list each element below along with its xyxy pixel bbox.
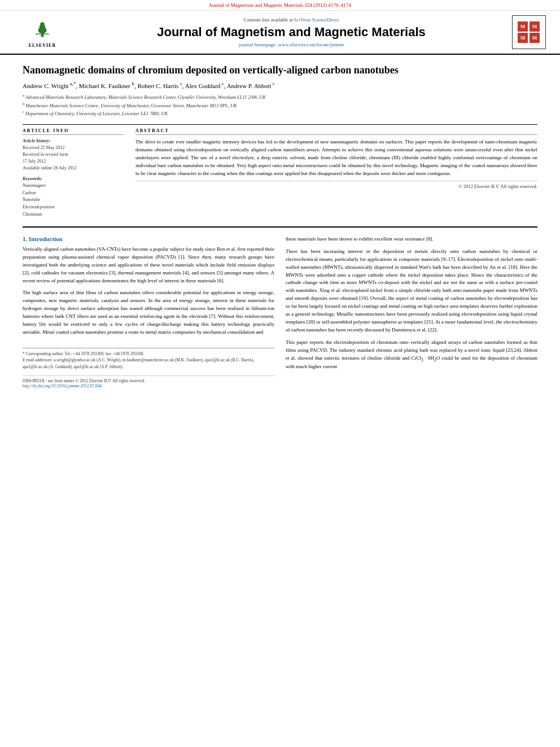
- body-section: 1. Introduction Vertically aligned carbo…: [23, 226, 537, 388]
- received-revised-label: Received in revised form: [23, 151, 124, 158]
- abstract-text: The drive to create ever smaller magneti…: [135, 138, 537, 178]
- section1-number: 1.: [23, 235, 29, 242]
- keywords-label: Keywords:: [23, 176, 124, 181]
- body-right-column: these materials have been shown to exhib…: [286, 235, 537, 388]
- mm-cell-4: M: [530, 33, 540, 43]
- received-date: Received 25 May 2012: [23, 145, 124, 151]
- section1-heading: 1. Introduction: [23, 235, 274, 242]
- right-paragraph1: these materials have been shown to exhib…: [286, 235, 537, 243]
- journal-header-center: Contents lists available at SciVerse Sci…: [79, 17, 504, 47]
- email-addresses: a.wright@glyndwr.ac.uk (A.C. Wright), m.…: [23, 357, 254, 369]
- article-info-column: ARTICLE INFO Article history: Received 2…: [23, 128, 124, 219]
- right-paragraph3: This paper reports the electrodeposition…: [286, 339, 537, 371]
- article-content: Nanomagnetic domains of chromium deposit…: [0, 55, 560, 397]
- journal-header: ELSEVIER Contents lists available at Sci…: [0, 11, 560, 55]
- svg-point-3: [40, 22, 45, 27]
- journal-citation-bar: Journal of Magnetism and Magnetic Materi…: [0, 0, 560, 11]
- affiliations-section: a Advanced Materials Research Laboratory…: [23, 93, 537, 117]
- article-info-heading: ARTICLE INFO: [23, 128, 124, 135]
- homepage-url[interactable]: www.elsevier.com/locate/jmmm: [278, 42, 344, 47]
- keyword-carbon: Carbon: [23, 190, 124, 197]
- email-label: E-mail addresses:: [23, 357, 53, 362]
- section1-paragraph1: Vertically aligned carbon nanotubes (VA-…: [23, 246, 274, 285]
- journal-homepage: journal homepage: www.elsevier.com/locat…: [79, 42, 504, 47]
- info-abstract-section: ARTICLE INFO Article history: Received 2…: [23, 124, 537, 219]
- affiliation-c: c Department of Chemistry, University of…: [23, 109, 537, 117]
- elsevier-logo-section: ELSEVIER: [11, 16, 73, 48]
- mm-logo-box: M M M M: [512, 15, 546, 49]
- right-paragraph2: There has been increasing interest in th…: [286, 248, 537, 334]
- abstract-heading: ABSTRACT: [135, 128, 537, 135]
- journal-title: Journal of Magnetism and Magnetic Materi…: [79, 25, 504, 40]
- mm-cell-3: M: [518, 33, 528, 43]
- article-title: Nanomagnetic domains of chromium deposit…: [23, 64, 537, 77]
- sciverse-link[interactable]: SciVerse ScienceDirect: [294, 17, 339, 23]
- keyword-nanomagnet: Nanomagnet: [23, 182, 124, 190]
- author-andrew-wright: Andrew C. Wright a,*,: [23, 82, 79, 89]
- footnote-email: E-mail addresses: a.wright@glyndwr.ac.uk…: [23, 357, 274, 370]
- affiliation-a: a Advanced Materials Research Laboratory…: [23, 93, 537, 101]
- mm-cell-1: M: [518, 21, 528, 32]
- footnote-section: * Corresponding author. Tel.: +44 1978 2…: [23, 348, 274, 370]
- keyword-electrodeposition: Electrodeposition: [23, 204, 124, 211]
- abstract-column: ABSTRACT The drive to create ever smalle…: [135, 128, 537, 219]
- journal-citation-text: Journal of Magnetism and Magnetic Materi…: [209, 2, 351, 8]
- author-andrew-abbott: Andrew P. Abbott c: [227, 82, 275, 89]
- footnote-corresponding: * Corresponding author. Tel.: +44 1978 2…: [23, 351, 274, 357]
- elsevier-wordmark: ELSEVIER: [29, 43, 56, 48]
- contents-available-line: Contents lists available at SciVerse Sci…: [79, 17, 504, 23]
- section1-paragraph2: The high surface area of thin films of c…: [23, 289, 274, 337]
- article-history-label: Article history:: [23, 138, 124, 143]
- mm-cell-2: M: [530, 21, 540, 32]
- author-robert-harris: Robert C. Harris c,: [137, 82, 185, 89]
- contents-text: Contents lists available at: [244, 17, 293, 23]
- doi-line[interactable]: http://dx.doi.org/10.1016/j.jmmm.2012.07…: [23, 383, 274, 388]
- section1-title: Introduction: [29, 235, 63, 242]
- affiliation-b: b Manchester Materials Science Centre, U…: [23, 101, 537, 110]
- keyword-chromium: Chromium: [23, 211, 124, 219]
- author-michael-faulkner: Michael K. Faulkner b,: [79, 82, 138, 89]
- copyright-line: © 2012 Elsevier B.V. All rights reserved…: [135, 181, 537, 189]
- revised-date: 17 July 2012: [23, 158, 124, 165]
- elsevier-logo: [17, 16, 68, 42]
- journal-logo-right: M M M M: [509, 15, 549, 49]
- bottom-footer: 0304-8853/$ - see front matter © 2012 El…: [23, 375, 274, 388]
- authors-line: Andrew C. Wright a,*, Michael K. Faulkne…: [23, 81, 537, 89]
- author-alex-goddard: Alex Goddard c,: [185, 82, 227, 89]
- issn-line: 0304-8853/$ - see front matter © 2012 El…: [23, 378, 274, 383]
- mm-logo-grid: M M M M: [518, 21, 540, 43]
- body-left-column: 1. Introduction Vertically aligned carbo…: [23, 235, 274, 388]
- elsevier-tree-icon: [31, 21, 54, 38]
- available-online: Available online 28 July 2012: [23, 165, 124, 172]
- keyword-nanotube: Nanotube: [23, 196, 124, 204]
- homepage-label: journal homepage:: [239, 42, 277, 47]
